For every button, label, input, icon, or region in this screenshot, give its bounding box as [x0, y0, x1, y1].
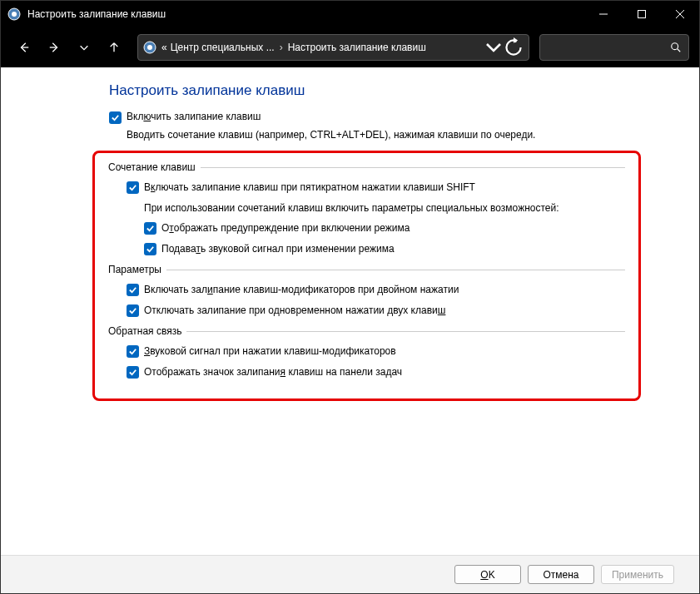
- option-lock-modifier-checkbox[interactable]: Включать залипание клавиш-модификаторов …: [127, 284, 625, 296]
- chevron-right-icon: ›: [280, 42, 283, 53]
- option-shift-5x-checkbox[interactable]: Включать залипание клавиш при пятикратно…: [127, 181, 625, 194]
- checkbox-icon: [144, 222, 156, 235]
- checkbox-icon: [109, 111, 122, 124]
- option-show-warning-checkbox[interactable]: Отображать предупреждение при включении …: [144, 222, 625, 235]
- option-show-warning-label: Отображать предупреждение при включении …: [161, 222, 410, 234]
- option-sound-modifier-checkbox[interactable]: Звуковой сигнал при нажатии клавиш-модиф…: [127, 345, 625, 358]
- close-button[interactable]: [661, 1, 699, 27]
- nav-back-button[interactable]: [11, 34, 37, 61]
- group-feedback: Обратная связь Звуковой сигнал при нажат…: [108, 325, 625, 379]
- group-shortcut-legend: Сочетание клавиш: [108, 161, 196, 173]
- checkbox-icon: [127, 366, 139, 379]
- option-disable-two-keys-label: Отключать залипание при одновременном на…: [144, 304, 445, 316]
- group-feedback-legend: Обратная связь: [108, 325, 181, 337]
- refresh-button[interactable]: [504, 37, 524, 57]
- checkbox-icon: [127, 345, 139, 358]
- option-sound-modifier-label: Звуковой сигнал при нажатии клавиш-модиф…: [144, 345, 396, 357]
- nav-up-button[interactable]: [101, 34, 127, 61]
- divider: [166, 270, 625, 270]
- address-icon: [143, 41, 156, 54]
- chevron-left-icon: «: [161, 42, 167, 53]
- window: Настроить залипание клавиш « Центр специ…: [0, 0, 700, 594]
- titlebar: Настроить залипание клавиш: [1, 1, 699, 27]
- navbar: « Центр специальных ... › Настроить зали…: [1, 27, 699, 67]
- nav-forward-button[interactable]: [41, 34, 67, 61]
- option-show-tray-icon-label: Отображать значок залипания клавиш на па…: [144, 366, 402, 378]
- svg-point-9: [147, 45, 152, 50]
- search-icon: [670, 42, 682, 53]
- breadcrumb-item[interactable]: Центр специальных ...: [171, 42, 275, 53]
- option-disable-two-keys-checkbox[interactable]: Отключать залипание при одновременном на…: [127, 304, 625, 317]
- checkbox-icon: [144, 243, 156, 255]
- app-icon: [7, 7, 21, 21]
- apply-button[interactable]: Применить: [601, 565, 674, 584]
- minimize-button[interactable]: [584, 1, 623, 27]
- breadcrumb-item[interactable]: Настроить залипание клавиш: [288, 42, 426, 53]
- svg-rect-3: [638, 11, 646, 18]
- option-sound-change-label: Подавать звуковой сигнал при изменении р…: [161, 243, 395, 255]
- enable-sticky-keys-checkbox[interactable]: Включить залипание клавиш: [109, 111, 666, 124]
- option-show-tray-icon-checkbox[interactable]: Отображать значок залипания клавиш на па…: [127, 366, 625, 379]
- window-title: Настроить залипание клавиш: [27, 8, 584, 20]
- svg-point-1: [12, 12, 17, 17]
- checkbox-icon: [127, 304, 139, 317]
- group-options: Параметры Включать залипание клавиш-моди…: [108, 264, 625, 317]
- address-bar[interactable]: « Центр специальных ... › Настроить зали…: [137, 34, 529, 61]
- checkbox-icon: [127, 181, 139, 194]
- svg-line-11: [678, 49, 681, 52]
- option-lock-modifier-label: Включать залипание клавиш-модификаторов …: [144, 284, 459, 295]
- maximize-button[interactable]: [623, 1, 661, 27]
- divider: [186, 331, 625, 332]
- divider: [201, 167, 625, 168]
- highlight-frame: Сочетание клавиш Включать залипание клав…: [92, 151, 641, 401]
- nav-recent-button[interactable]: [71, 34, 97, 61]
- checkbox-icon: [127, 284, 139, 296]
- enable-description: Вводить сочетание клавиш (например, CTRL…: [127, 129, 666, 141]
- group-shortcut: Сочетание клавиш Включать залипание клав…: [108, 161, 625, 255]
- option-sound-change-checkbox[interactable]: Подавать звуковой сигнал при изменении р…: [144, 243, 625, 255]
- enable-sticky-keys-label: Включить залипание клавиш: [127, 111, 261, 122]
- group-options-legend: Параметры: [108, 264, 161, 275]
- ok-button[interactable]: OK: [454, 565, 521, 584]
- group-shortcut-subdesc: При использовании сочетаний клавиш включ…: [144, 202, 625, 214]
- svg-point-10: [672, 43, 678, 50]
- window-controls: [584, 1, 699, 27]
- cancel-button[interactable]: Отмена: [528, 565, 594, 584]
- footer: OK Отмена Применить: [1, 555, 699, 593]
- option-shift-5x-label: Включать залипание клавиш при пятикратно…: [144, 181, 475, 193]
- search-input[interactable]: [539, 34, 689, 61]
- content-area: Настроить залипание клавиш Включить зали…: [1, 67, 699, 593]
- address-dropdown-button[interactable]: [484, 37, 504, 57]
- content-inner: Настроить залипание клавиш Включить зали…: [1, 67, 699, 555]
- page-title: Настроить залипание клавиш: [109, 82, 666, 99]
